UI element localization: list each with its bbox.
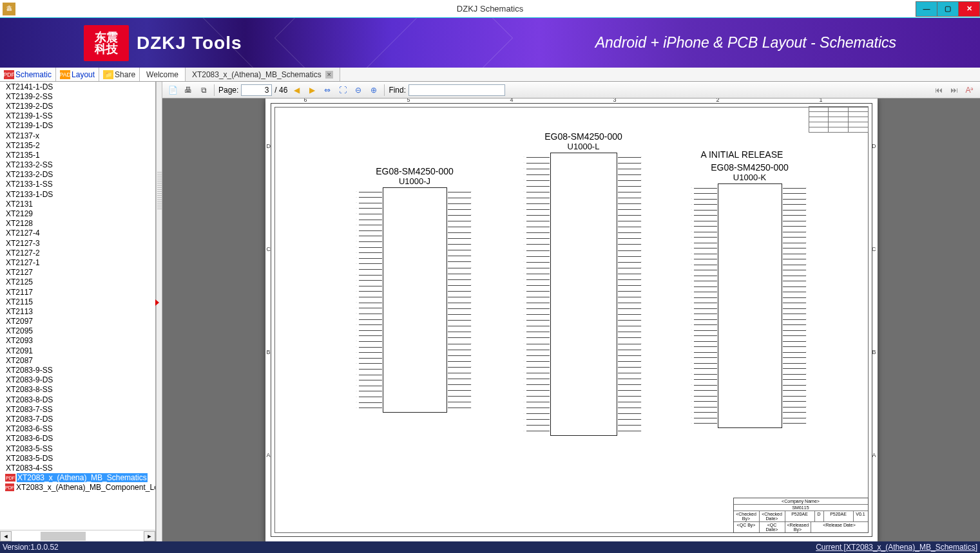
tree-item[interactable]: XT2083-7-SS [0, 404, 155, 414]
tree-item[interactable]: XT2083-6-SS [0, 424, 155, 434]
tree-item[interactable]: XT2137-x [0, 131, 155, 140]
tree-item-label: XT2083-8-DS [5, 395, 53, 404]
maximize-button[interactable]: ▢ [937, 1, 959, 17]
tree-item[interactable]: XT2129 [0, 209, 155, 218]
tree-item[interactable]: XT2139-1-DS [0, 121, 155, 131]
minimize-button[interactable]: — [916, 1, 937, 17]
print-button[interactable]: 🖶 [182, 84, 195, 97]
row-label: B [267, 349, 271, 355]
welcome-tab[interactable]: Welcome [140, 68, 186, 81]
scroll-right-button[interactable]: ► [144, 531, 155, 541]
tree-item[interactable]: XT2083-9-SS [0, 365, 155, 375]
find-next-button[interactable]: ⏭ [948, 84, 961, 97]
tree-item[interactable]: XT2127 [0, 268, 155, 277]
scroll-left-button[interactable]: ◄ [0, 531, 12, 541]
tree-item[interactable]: XT2133-2-SS [0, 160, 155, 170]
chip-part-label: EG08-SM4250-000 [356, 166, 474, 176]
close-button[interactable]: ✕ [958, 1, 980, 17]
tree-item[interactable]: XT2097 [0, 317, 155, 326]
canvas[interactable]: 654321DDCCBBAA A INITIAL RELEASE EG08-SM… [162, 98, 980, 541]
tree-item[interactable]: XT2127-3 [0, 238, 155, 248]
tree-item[interactable]: XT2141-1-DS [0, 82, 155, 91]
tree-item[interactable]: XT2135-2 [0, 140, 155, 150]
splitter[interactable] [156, 82, 162, 541]
tree-item[interactable]: XT2083-4-SS [0, 463, 155, 473]
tree-item-label: XT2083_x_(Athena)_MB_Component_Loca [15, 483, 155, 492]
current-doc-label[interactable]: Current [XT2083_x_(Athena)_MB_Schematics… [816, 543, 977, 552]
share-mode-label: Share [115, 70, 135, 79]
tree-item[interactable]: XT2135-1 [0, 150, 155, 160]
chip-pins-left: ········································… [524, 156, 550, 433]
tree-item-label: XT2091 [5, 346, 34, 355]
active-tab-label: XT2083_x_(Athena)_MB_Schematics [192, 70, 322, 79]
schematic-mode-tab[interactable]: PDFSchematic [0, 68, 56, 81]
release-date-cell: <Release Date> [811, 522, 868, 532]
text-size-button[interactable]: Aᵃ [963, 84, 976, 97]
tree-item[interactable]: XT2087 [0, 355, 155, 365]
tree-item-label: XT2083-6-DS [5, 434, 53, 443]
find-prev-button[interactable]: ⏮ [932, 84, 945, 97]
viewer-toolbar: 📄 🖶 ⧉ Page: / 46 ◀ ▶ ⇔ ⛶ ⊖ ⊕ Find: ⏮ ⏭ A… [162, 82, 980, 98]
zoom-in-button[interactable]: ⊕ [367, 84, 380, 97]
doc1-cell: P520AE [785, 511, 815, 521]
tree-item[interactable]: XT2095 [0, 326, 155, 336]
tree-item[interactable]: XT2139-2-DS [0, 101, 155, 111]
fit-page-button[interactable]: ⛶ [336, 84, 349, 97]
tree-item[interactable]: XT2127-1 [0, 258, 155, 267]
tab-row: PDFSchematic PADLayout 📁Share Welcome XT… [0, 68, 980, 82]
tree-item[interactable]: XT2128 [0, 219, 155, 229]
chip-pins-left: ········································ [356, 191, 382, 409]
row-label: C [872, 246, 876, 252]
tree-item[interactable]: XT2093 [0, 336, 155, 346]
tree-view[interactable]: XT2141-1-DSXT2139-2-SSXT2139-2-DSXT2139-… [0, 82, 155, 530]
scroll-thumb[interactable] [41, 532, 86, 541]
tree-item[interactable]: XT2083-5-SS [0, 444, 155, 453]
tree-item[interactable]: XT2127-4 [0, 229, 155, 238]
tree-item[interactable]: XT2115 [0, 297, 155, 306]
tree-item[interactable]: XT2083-7-DS [0, 414, 155, 424]
tree-item-pdf[interactable]: PDFXT2083_x_(Athena)_MB_Component_Loca [0, 483, 155, 492]
main-area: XT2141-1-DSXT2139-2-SSXT2139-2-DSXT2139-… [0, 82, 980, 541]
schematic-mode-label: Schematic [15, 70, 52, 79]
chip-pins-right: ········································… [783, 187, 809, 425]
tree-item-label: XT2141-1-DS [5, 82, 53, 91]
prev-page-button[interactable]: ◀ [290, 84, 303, 97]
find-input[interactable] [408, 84, 505, 96]
layout-mode-label: Layout [72, 70, 95, 79]
row-label: C [267, 246, 271, 252]
tree-item[interactable]: XT2139-1-SS [0, 111, 155, 121]
tree-item[interactable]: XT2133-1-SS [0, 180, 155, 189]
tree-item-pdf[interactable]: PDFXT2083_x_(Athena)_MB_Schematics [0, 473, 155, 483]
fit-width-button[interactable]: ⇔ [321, 84, 334, 97]
chip-ref-label: U1000-J [356, 176, 474, 186]
page-number-input[interactable] [241, 84, 272, 96]
select-button[interactable]: ⧉ [197, 84, 210, 97]
tree-item[interactable]: XT2083-9-DS [0, 375, 155, 385]
next-page-button[interactable]: ▶ [305, 84, 318, 97]
company-cell: <Company Name> [734, 498, 868, 504]
tree-item[interactable]: XT2133-1-DS [0, 189, 155, 199]
tree-item[interactable]: XT2139-2-SS [0, 91, 155, 101]
tree-item[interactable]: XT2133-2-DS [0, 170, 155, 180]
tree-item[interactable]: XT2083-5-DS [0, 453, 155, 463]
tree-item[interactable]: XT2113 [0, 306, 155, 316]
zoom-out-button[interactable]: ⊖ [352, 84, 365, 97]
layout-mode-tab[interactable]: PADLayout [56, 68, 99, 81]
sidebar-hscrollbar[interactable]: ◄ ► [0, 530, 155, 541]
tree-item-label: XT2113 [5, 307, 34, 316]
copy-button[interactable]: 📄 [166, 84, 179, 97]
active-document-tab[interactable]: XT2083_x_(Athena)_MB_Schematics✕ [186, 68, 340, 81]
tree-item[interactable]: XT2091 [0, 346, 155, 355]
tree-item-label: XT2087 [5, 356, 34, 365]
tree-item[interactable]: XT2083-6-DS [0, 434, 155, 444]
share-mode-tab[interactable]: 📁Share [99, 68, 140, 81]
tree-item[interactable]: XT2083-8-SS [0, 385, 155, 395]
tab-close-icon[interactable]: ✕ [325, 71, 333, 79]
tree-item[interactable]: XT2083-8-DS [0, 395, 155, 404]
tree-item[interactable]: XT2125 [0, 277, 155, 287]
tree-item[interactable]: XT2127-2 [0, 248, 155, 258]
tree-item-label: XT2083-6-SS [5, 424, 53, 433]
tree-item[interactable]: XT2117 [0, 287, 155, 297]
tree-item[interactable]: XT2131 [0, 199, 155, 209]
pdf-icon: PDF [5, 483, 14, 491]
